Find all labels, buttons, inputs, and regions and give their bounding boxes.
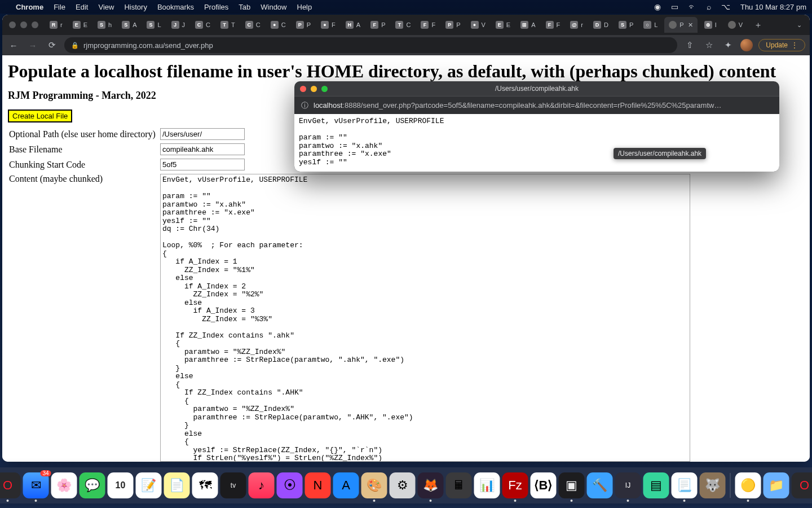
dock-music[interactable]: ♪ xyxy=(249,472,275,498)
dock-appletv[interactable]: tv xyxy=(220,472,246,498)
menu-tab[interactable]: Tab xyxy=(239,3,250,11)
dock-chrome[interactable]: 🟡 xyxy=(735,472,761,498)
tab[interactable]: Sh xyxy=(93,17,116,33)
active-tab[interactable]: P ✕ xyxy=(664,17,697,33)
dock-gimp[interactable]: 🐺 xyxy=(700,472,726,498)
dock-podcasts[interactable]: ⦿ xyxy=(277,472,303,498)
dock-maps[interactable]: 🗺 xyxy=(192,472,218,498)
tab-label: T xyxy=(231,21,235,28)
tab[interactable]: ●C xyxy=(266,17,290,33)
update-button[interactable]: Update⋮ xyxy=(758,39,805,51)
share-icon[interactable]: ⇧ xyxy=(683,38,696,52)
dock-pycharm[interactable]: ▤ xyxy=(643,472,669,498)
address-bar[interactable]: 🔒 rjmprogramming.com.au/send_over.php xyxy=(64,37,677,53)
tab[interactable]: SP xyxy=(614,17,638,33)
app-name[interactable]: Chrome xyxy=(16,3,43,11)
tab-close-icon[interactable]: ✕ xyxy=(688,21,693,29)
tab[interactable]: ⊞A xyxy=(516,17,540,33)
profile-avatar[interactable] xyxy=(740,39,753,51)
tab[interactable]: DD xyxy=(589,17,613,33)
forward-button[interactable]: → xyxy=(26,38,39,52)
tab[interactable]: TC xyxy=(391,17,415,33)
tab[interactable]: SL xyxy=(142,17,165,33)
menu-bookmarks[interactable]: Bookmarks xyxy=(157,3,194,11)
tab[interactable]: CC xyxy=(241,17,265,33)
dock-xcode[interactable]: 🔨 xyxy=(587,472,613,498)
dock-filezilla[interactable]: Fz xyxy=(502,472,528,498)
dock-calculator[interactable]: 🖩 xyxy=(446,472,472,498)
macos-menubar: Chrome File Edit View History Bookmarks … xyxy=(0,0,812,14)
menubar-clock[interactable]: Thu 10 Mar 8:27 pm xyxy=(740,3,806,11)
dock-systemprefs[interactable]: ⚙ xyxy=(390,472,416,498)
dock-firefox[interactable]: 🦊 xyxy=(418,472,444,498)
tab[interactable]: Rr xyxy=(45,17,67,33)
optional-path-input[interactable] xyxy=(160,128,245,140)
dock-paint[interactable]: 🎨 xyxy=(361,472,387,498)
dock-opera[interactable]: O xyxy=(0,472,21,498)
menu-view[interactable]: View xyxy=(98,3,114,11)
tab-label: I xyxy=(715,21,717,28)
dock-appstore[interactable]: A xyxy=(333,472,359,498)
tabs-dropdown-icon[interactable]: ⌄ xyxy=(792,21,806,29)
new-tab-button[interactable]: ＋ xyxy=(749,20,767,30)
chunk-code-input[interactable] xyxy=(160,159,245,170)
window-controls[interactable] xyxy=(9,21,38,28)
menu-edit[interactable]: Edit xyxy=(76,3,88,11)
tab[interactable]: FP xyxy=(366,17,390,33)
dock-intellij[interactable]: IJ xyxy=(615,472,641,498)
dock-office[interactable]: 📊 xyxy=(474,472,500,498)
tab[interactable]: @r xyxy=(566,17,588,33)
tab[interactable]: HA xyxy=(341,17,365,33)
dock-opera2[interactable]: O xyxy=(792,472,813,498)
dock-textedit[interactable]: 📃 xyxy=(672,472,698,498)
dock-mail[interactable]: ✉34 xyxy=(23,472,49,498)
tab[interactable]: PP xyxy=(441,17,465,33)
tab[interactable]: ○L xyxy=(639,17,662,33)
tab-label: P xyxy=(456,21,460,28)
tab[interactable]: ⊕I xyxy=(700,17,721,33)
reload-button[interactable]: ⟳ xyxy=(45,38,59,52)
menu-window[interactable]: Window xyxy=(261,3,286,11)
dock-news[interactable]: N xyxy=(305,472,331,498)
menu-help[interactable]: Help xyxy=(297,3,312,11)
tab[interactable]: ●F xyxy=(316,17,340,33)
tab-favicon: T xyxy=(395,21,403,29)
tab[interactable]: V xyxy=(723,17,747,33)
menu-history[interactable]: History xyxy=(124,3,147,11)
dock-messages[interactable]: 💬 xyxy=(80,472,105,498)
base-filename-input[interactable] xyxy=(160,143,245,155)
popup-titlebar[interactable]: /Users/user/compileahk.ahk xyxy=(294,81,779,96)
menu-file[interactable]: File xyxy=(54,3,65,11)
tab[interactable]: TT xyxy=(216,17,240,33)
tab[interactable]: JJ xyxy=(167,17,190,33)
dock-terminal[interactable]: ▣ xyxy=(559,472,585,498)
tab[interactable]: PP xyxy=(292,17,315,33)
dock-calendar[interactable]: 10 xyxy=(108,472,134,498)
wifi-icon[interactable]: ᯤ xyxy=(689,2,696,11)
tab[interactable]: CC xyxy=(191,17,215,33)
dock-notes[interactable]: 📄 xyxy=(164,472,190,498)
bookmark-star-icon[interactable]: ☆ xyxy=(702,38,716,52)
tab[interactable]: EE xyxy=(491,17,515,33)
tab[interactable]: EE xyxy=(68,17,92,33)
info-icon[interactable]: ⓘ xyxy=(300,100,309,111)
dock-folder[interactable]: 📁 xyxy=(764,472,789,498)
screenrec-icon[interactable]: ◉ xyxy=(654,2,661,11)
tab[interactable]: ●V xyxy=(466,17,490,33)
popup-address-bar[interactable]: ⓘ localhost:8888/send_over.php?partcode=… xyxy=(294,96,779,114)
tab-favicon xyxy=(669,21,677,29)
extensions-icon[interactable]: ✦ xyxy=(721,38,735,52)
tab[interactable]: SA xyxy=(117,17,141,33)
create-local-file-button[interactable]: Create Local File xyxy=(8,110,72,122)
tab[interactable]: FF xyxy=(416,17,440,33)
dock-photos[interactable]: 🌸 xyxy=(51,472,77,498)
content-textarea[interactable]: EnvGet, vUserProfile, USERPROFILE param … xyxy=(160,174,690,462)
tab[interactable]: FF xyxy=(541,17,565,33)
control-center-icon[interactable]: ⌥ xyxy=(721,2,730,11)
menu-profiles[interactable]: Profiles xyxy=(204,3,228,11)
battery-icon[interactable]: ▭ xyxy=(671,2,678,11)
dock-reminders[interactable]: 📝 xyxy=(136,472,162,498)
back-button[interactable]: ← xyxy=(7,38,20,52)
dock-brackets[interactable]: ⟨B⟩ xyxy=(531,472,557,498)
search-icon[interactable]: ⌕ xyxy=(707,2,711,11)
